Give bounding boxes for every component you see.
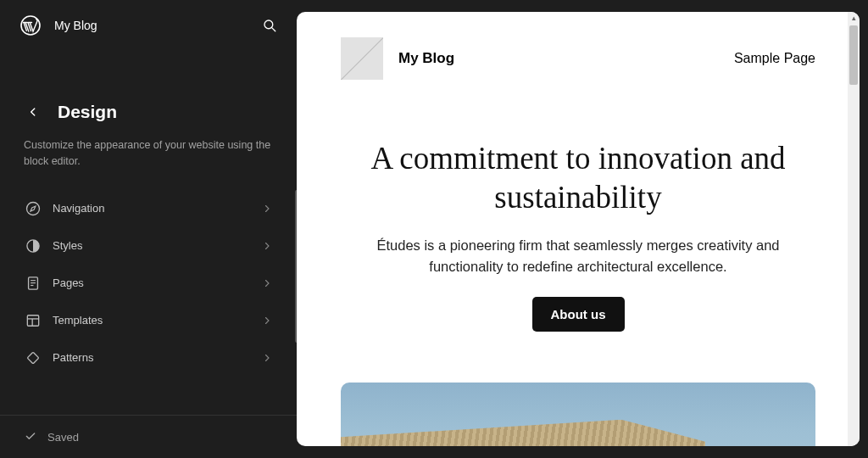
chevron-right-icon [261, 315, 273, 327]
chevron-right-icon [261, 203, 273, 215]
preview-nav-link[interactable]: Sample Page [734, 51, 815, 66]
about-us-button[interactable]: About us [532, 297, 625, 332]
compass-icon [24, 199, 42, 218]
chevron-right-icon [261, 352, 273, 364]
section-description: Customize the appearance of your website… [0, 131, 297, 190]
menu-item-patterns[interactable]: Patterns [15, 339, 281, 377]
menu-label: Pages [53, 276, 261, 289]
section-title: Design [58, 102, 117, 122]
menu-label: Templates [53, 314, 261, 327]
menu-label: Patterns [53, 351, 261, 364]
sidebar-footer: Saved [0, 415, 297, 458]
preview-site-title[interactable]: My Blog [398, 50, 734, 67]
site-name[interactable]: My Blog [54, 19, 261, 32]
hero-title: A commitment to innovation and sustainab… [356, 139, 800, 218]
chevron-right-icon [261, 277, 273, 289]
back-button[interactable] [24, 103, 42, 121]
menu-item-navigation[interactable]: Navigation [15, 190, 281, 227]
half-circle-icon [24, 237, 42, 255]
svg-line-2 [272, 28, 275, 31]
check-icon [24, 429, 39, 444]
preview-panel: ▴ My Blog Sample Page A commitment to in… [297, 0, 868, 458]
svg-rect-12 [27, 352, 39, 364]
menu-item-templates[interactable]: Templates [15, 302, 281, 339]
diamond-icon [24, 349, 42, 367]
design-menu: Navigation Styles [0, 190, 297, 377]
menu-label: Navigation [53, 202, 261, 215]
scroll-up-icon[interactable]: ▴ [848, 12, 860, 24]
save-status: Saved [47, 431, 79, 444]
menu-item-styles[interactable]: Styles [15, 227, 281, 265]
page-icon [24, 274, 42, 293]
site-logo-placeholder[interactable] [341, 37, 383, 80]
preview-scrollbar-thumb[interactable] [849, 25, 858, 85]
section-header: Design [0, 51, 297, 131]
site-preview[interactable]: ▴ My Blog Sample Page A commitment to in… [297, 12, 860, 446]
svg-point-3 [27, 202, 40, 215]
preview-scrollbar[interactable]: ▴ [848, 12, 860, 446]
wordpress-logo-icon[interactable] [19, 14, 42, 37]
svg-rect-9 [27, 315, 38, 326]
hero-image [341, 383, 815, 446]
menu-label: Styles [53, 239, 261, 252]
admin-topbar: My Blog [0, 0, 297, 51]
search-icon[interactable] [261, 17, 278, 34]
hero-subtitle: Études is a pioneering firm that seamles… [356, 235, 800, 278]
hero-section: A commitment to innovation and sustainab… [297, 105, 860, 357]
menu-item-pages[interactable]: Pages [15, 265, 281, 302]
preview-site-header: My Blog Sample Page [297, 12, 860, 105]
editor-sidebar: My Blog Design Customize the appearance … [0, 0, 297, 458]
chevron-right-icon [261, 240, 273, 252]
layout-icon [24, 311, 42, 330]
